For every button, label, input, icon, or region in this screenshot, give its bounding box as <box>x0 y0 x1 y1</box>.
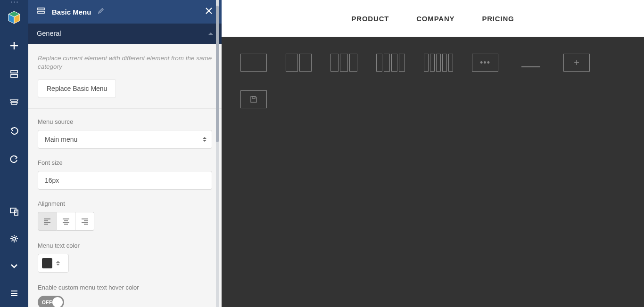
divider <box>28 108 222 109</box>
more-cols-button[interactable]: ••• <box>472 54 498 72</box>
settings-panel: Basic Menu General Replace current eleme… <box>28 0 222 307</box>
panel-header: Basic Menu <box>28 0 222 24</box>
svg-marker-7 <box>10 100 18 102</box>
add-button[interactable] <box>0 32 28 60</box>
toggle-knob <box>52 297 63 307</box>
hamburger-button[interactable] <box>0 280 28 307</box>
section-body: Replace current element with different e… <box>28 44 222 307</box>
text-block-button[interactable] <box>517 58 545 67</box>
element-icon <box>37 7 45 17</box>
svg-rect-15 <box>38 8 44 10</box>
svg-point-11 <box>13 237 16 240</box>
section-label: General <box>37 30 61 37</box>
collapse-button[interactable] <box>0 252 28 280</box>
col-1-button[interactable] <box>240 54 267 72</box>
section-general[interactable]: General <box>28 24 222 43</box>
drag-dots-icon <box>11 1 18 6</box>
align-center-button[interactable] <box>57 212 75 231</box>
settings-button[interactable] <box>0 225 28 252</box>
alignment-group <box>38 212 212 231</box>
preview-canvas: PRODUCT COMPANY PRICING ••• + <box>222 0 644 307</box>
text-color-picker[interactable] <box>38 254 69 273</box>
align-left-button[interactable] <box>38 212 57 231</box>
save-template-button[interactable] <box>240 90 267 108</box>
menu-source-select[interactable] <box>38 130 212 149</box>
caret-up-icon <box>208 32 213 35</box>
svg-rect-5 <box>11 71 17 73</box>
hover-color-label: Enable custom menu text hover color <box>38 284 212 291</box>
col-2-button[interactable] <box>286 54 312 72</box>
device-button[interactable] <box>0 198 28 225</box>
svg-rect-31 <box>252 97 255 98</box>
add-element-button[interactable]: + <box>563 54 590 72</box>
alignment-label: Alignment <box>38 200 212 207</box>
color-caret-icon <box>56 261 60 266</box>
replace-element-button[interactable]: Replace Basic Menu <box>38 79 116 98</box>
help-text: Replace current element with different e… <box>38 54 212 72</box>
select-caret-icon <box>203 137 206 142</box>
svg-marker-8 <box>11 103 17 105</box>
svg-rect-6 <box>11 74 17 77</box>
edit-title-icon[interactable] <box>98 8 104 16</box>
font-size-label: Font size <box>38 159 212 166</box>
col-4-button[interactable] <box>376 54 405 72</box>
undo-button[interactable] <box>0 116 28 145</box>
preview-site-menu: PRODUCT COMPANY PRICING <box>222 0 644 37</box>
menu-source-label: Menu source <box>38 118 212 125</box>
redo-button[interactable] <box>0 145 28 173</box>
app-logo <box>5 7 23 29</box>
panel-title: Basic Menu <box>52 8 91 16</box>
menu-item-product[interactable]: PRODUCT <box>351 15 389 23</box>
font-size-input[interactable] <box>38 171 212 190</box>
menu-item-pricing[interactable]: PRICING <box>482 15 514 23</box>
align-right-button[interactable] <box>75 212 94 231</box>
scrollbar-thumb[interactable] <box>216 6 219 142</box>
col-5-button[interactable] <box>424 54 453 72</box>
close-panel-button[interactable] <box>205 7 213 17</box>
color-swatch <box>42 258 52 268</box>
col-3-button[interactable] <box>330 54 357 72</box>
svg-rect-16 <box>38 11 44 13</box>
svg-rect-9 <box>10 208 16 213</box>
text-color-label: Menu text color <box>38 242 212 249</box>
layout-toolbar: ••• + <box>222 37 644 307</box>
left-rail <box>0 0 28 307</box>
template-button[interactable] <box>0 60 28 88</box>
toggle-label: OFF <box>42 300 52 305</box>
tree-button[interactable] <box>0 88 28 116</box>
hover-color-toggle[interactable]: OFF <box>38 296 64 307</box>
menu-item-company[interactable]: COMPANY <box>416 15 454 23</box>
